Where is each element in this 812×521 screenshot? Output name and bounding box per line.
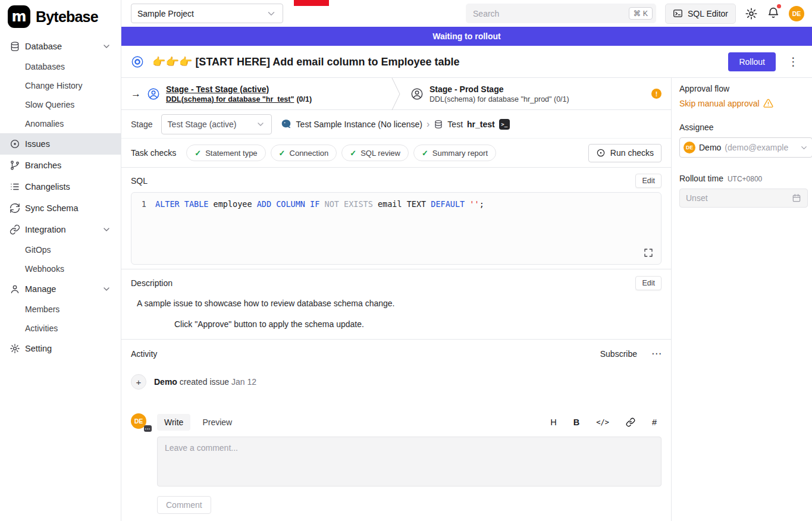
sql-code-block[interactable]: 1 ALTER TABLE employee ADD COLUMN IF NOT… [131, 192, 661, 265]
link-icon[interactable] [626, 418, 635, 427]
line-number: 1 [131, 199, 155, 209]
chevron-right-icon: › [427, 119, 429, 130]
tab-preview[interactable]: Preview [195, 414, 239, 431]
task-check-summary-report[interactable]: ✓ Summary report [413, 145, 496, 161]
activity-menu-icon[interactable]: ⋯ [651, 347, 661, 360]
sidebar-item-issues[interactable]: Issues [0, 133, 121, 155]
assignee-select[interactable]: DE Demo (demo@example [679, 137, 812, 158]
description-text: A sample issue to showcase how to review… [137, 299, 661, 308]
avatar[interactable]: DE [789, 6, 804, 21]
kebab-menu-icon[interactable]: ⋮ [784, 55, 802, 68]
environment-name: Test [447, 120, 463, 129]
chevron-down-icon [102, 225, 111, 234]
sidebar-item-label: Webhooks [25, 264, 64, 274]
sidebar-item-members[interactable]: Members [0, 300, 121, 319]
rollout-time-row: Rollout time UTC+0800 [679, 174, 812, 183]
event-date: Jan 12 [231, 377, 256, 387]
sidebar-item-label: Activities [25, 324, 58, 333]
content-row: → Stage - Test Stage (active) DDL(schema… [121, 78, 812, 521]
assignee-label: Assignee [679, 123, 812, 132]
stage-label: Stage [131, 120, 153, 129]
stage-card-text: Stage - Test Stage (active) DDL(schema) … [166, 84, 312, 103]
task-check-connection[interactable]: ✓ Connection [271, 145, 337, 161]
sidebar-item-label: Members [25, 305, 59, 314]
stage-card-test[interactable]: → Stage - Test Stage (active) DDL(schema… [121, 78, 391, 109]
search-shortcut-badge: ⌘ K [629, 7, 653, 20]
comment-button[interactable]: Comment [157, 496, 211, 514]
search-box[interactable]: ⌘ K [466, 4, 656, 23]
sidebar-item-label: Integration [25, 225, 97, 234]
sidebar-item-activities[interactable]: Activities [0, 319, 121, 338]
issue-status-icon [131, 55, 144, 68]
stage-select[interactable]: Test Stage (active) [161, 114, 272, 134]
check-icon: ✓ [195, 149, 201, 158]
run-checks-button[interactable]: Run checks [588, 144, 661, 162]
rollout-button[interactable]: Rollout [728, 52, 776, 71]
database-name[interactable]: hr_test [467, 120, 495, 129]
task-check-label: Statement type [205, 149, 257, 158]
sql-section: SQL Edit 1 ALTER TABLE employee ADD COLU… [121, 168, 671, 269]
check-icon: ✓ [350, 149, 356, 158]
code-icon[interactable]: </> [596, 418, 609, 426]
sidebar-item-gitops[interactable]: GitOps [0, 240, 121, 259]
postgres-icon [280, 118, 292, 130]
comment-avatar: DE ••• [131, 413, 147, 429]
sidebar-item-setting[interactable]: Setting [0, 338, 121, 359]
sidebar-item-webhooks[interactable]: Webhooks [0, 259, 121, 278]
search-input[interactable] [473, 9, 624, 18]
project-select[interactable]: Sample Project [131, 4, 283, 23]
task-checks-label: Task checks [131, 148, 176, 158]
bold-icon[interactable]: B [573, 418, 579, 427]
sidebar-item-branches[interactable]: Branches [0, 155, 121, 176]
sql-editor-label: SQL Editor [688, 9, 728, 18]
brand-logo[interactable]: m Bytebase [0, 0, 121, 33]
task-check-statement-type[interactable]: ✓ Statement type [186, 145, 265, 161]
description-edit-button[interactable]: Edit [635, 276, 661, 290]
sidebar-item-sync-schema[interactable]: Sync Schema [0, 197, 121, 219]
comment-input[interactable] [157, 437, 661, 487]
task-check-sql-review[interactable]: ✓ SQL review [341, 145, 409, 161]
sql-code-line: 1 ALTER TABLE employee ADD COLUMN IF NOT… [131, 199, 661, 209]
tab-write[interactable]: Write [157, 414, 190, 431]
sidebar-item-manage[interactable]: Manage [0, 278, 121, 300]
gear-icon[interactable] [745, 7, 758, 20]
task-link: DDL(schema) for database "hr_test" [166, 95, 294, 103]
task-count: (0/1) [296, 95, 312, 103]
database-icon [10, 41, 20, 52]
sql-editor-button[interactable]: SQL Editor [665, 4, 736, 24]
sidebar-item-change-history[interactable]: Change History [0, 76, 121, 95]
sql-label: SQL [131, 176, 148, 186]
description-section: Description Edit A sample issue to showc… [121, 269, 671, 339]
sql-statement: ALTER TABLE employee ADD COLUMN IF NOT E… [155, 199, 484, 209]
sidebar-item-label: Change History [25, 81, 83, 90]
sidebar-item-integration[interactable]: Integration [0, 219, 121, 240]
issue-title: 👉👉👉 [START HERE] Add email column to Emp… [152, 55, 720, 68]
comment-editor-body: Write Preview H B </> # [157, 413, 661, 514]
sidebar-item-anomalies[interactable]: Anomalies [0, 114, 121, 133]
sidebar-item-database[interactable]: Database [0, 36, 121, 57]
stage-card-prod[interactable]: Stage - Prod Stage DDL(schema) for datab… [401, 78, 671, 109]
rollout-time-picker[interactable]: Unset [679, 189, 808, 208]
sidebar-item-label: Sync Schema [25, 203, 111, 213]
sql-edit-button[interactable]: Edit [635, 174, 661, 188]
heading-icon[interactable]: H [550, 418, 556, 427]
sidebar-item-label: GitOps [25, 245, 51, 255]
rollout-time-label: Rollout time [679, 174, 723, 183]
sidebar-item-databases[interactable]: Databases [0, 57, 121, 76]
run-checks-label: Run checks [610, 148, 654, 158]
open-in-sql-editor-icon[interactable]: >_ [499, 119, 510, 130]
sidebar-item-slow-queries[interactable]: Slow Queries [0, 95, 121, 114]
instance-name[interactable]: Test Sample Instance (No license) [296, 120, 422, 129]
notifications-button[interactable] [767, 6, 780, 21]
activity-event-text: Demo created issue Jan 12 [154, 377, 256, 387]
sidebar-item-changelists[interactable]: Changelists [0, 176, 121, 197]
check-icon: ✓ [422, 149, 428, 158]
topbar: Sample Project ⌘ K SQL Editor DE [121, 0, 812, 27]
app-root: m Bytebase Database Databases Change His… [0, 0, 812, 521]
subscribe-button[interactable]: Subscribe [600, 349, 637, 359]
activity-section: Activity Subscribe ⋯ + Demo created issu… [121, 339, 671, 521]
sync-icon [10, 203, 20, 214]
hash-icon[interactable]: # [652, 418, 657, 427]
expand-icon[interactable] [643, 247, 654, 258]
description-text: Click "Approve" button to apply the sche… [174, 319, 661, 329]
